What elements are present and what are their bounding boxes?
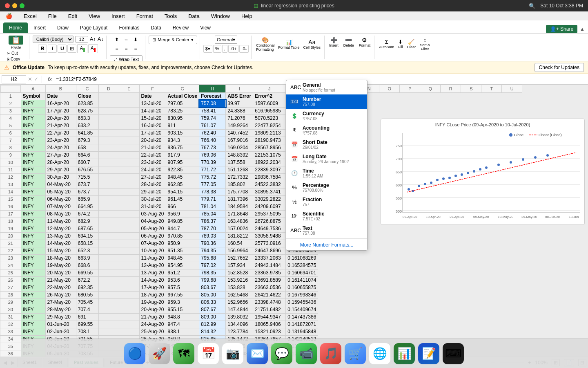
cell-G9[interactable]: 917.9 <box>166 151 199 159</box>
cell-F7[interactable]: 20-Jul-20 <box>139 137 166 144</box>
col-header-e[interactable]: E <box>119 85 139 93</box>
align-bottom-button[interactable]: ⬇ <box>131 36 140 44</box>
cell-A6[interactable]: INFY <box>21 129 45 137</box>
cell-H12[interactable]: 775.72 <box>199 173 226 181</box>
cell-B26[interactable]: 21-May-20 <box>45 276 76 284</box>
cell-I12[interactable]: 172.7332 <box>226 173 253 181</box>
cell-H23[interactable]: 795.68 <box>199 254 226 262</box>
cell-H14[interactable]: 778.38 <box>199 188 226 195</box>
cell-F11[interactable]: 24-Jul-20 <box>139 166 166 173</box>
col-header-u[interactable]: U <box>502 85 522 93</box>
cell-C16[interactable]: 664.95 <box>76 203 98 210</box>
cell-G13[interactable]: 962.85 <box>166 181 199 188</box>
cell-A11[interactable]: INFY <box>21 166 45 173</box>
col-header-c[interactable]: C <box>76 85 98 93</box>
cell-J18[interactable]: 26726.8875 <box>253 218 286 225</box>
cell-C21[interactable]: 658.15 <box>76 240 98 247</box>
tab-review[interactable]: Review <box>167 22 194 33</box>
cell-D7[interactable] <box>98 137 119 144</box>
cell-C22[interactable]: 652.3 <box>76 247 98 254</box>
dock-terminal[interactable]: ⌨ <box>443 343 464 364</box>
cell-I14[interactable]: 175.7708 <box>226 188 253 195</box>
align-top-button[interactable]: ⬆ <box>112 36 121 44</box>
decimal-decrease-button[interactable]: .0- <box>239 45 249 53</box>
cell-C19[interactable]: 687.65 <box>76 225 98 232</box>
cell-D24[interactable] <box>98 262 119 269</box>
cell-C11[interactable]: 676.55 <box>76 166 98 173</box>
formula-cancel-icon[interactable]: ✕ <box>28 76 32 82</box>
cell-F8[interactable]: 21-Jul-20 <box>139 144 166 151</box>
minimize-button[interactable] <box>12 3 17 8</box>
cell-H32[interactable]: 812.99 <box>199 321 226 328</box>
tab-draw[interactable]: Draw <box>51 22 74 33</box>
cell-B24[interactable]: 19-May-20 <box>45 262 76 269</box>
merge-center-button[interactable]: ⊞ Merge & Center ▾ <box>149 36 197 44</box>
cell-B19[interactable]: 12-May-20 <box>45 225 76 232</box>
cell-B2[interactable]: 16-Apr-20 <box>45 100 76 107</box>
cell-G7[interactable]: 934.3 <box>166 137 199 144</box>
cell-D15[interactable] <box>98 195 119 203</box>
cell-J2[interactable]: 1597.6009 <box>253 100 286 107</box>
cell-I4[interactable]: 71.2076 <box>226 114 253 122</box>
cell-C5[interactable]: 633.2 <box>76 122 98 129</box>
cell-E6[interactable] <box>119 129 139 137</box>
cell-B31[interactable]: 29-May-20 <box>45 313 76 321</box>
cell-D26[interactable] <box>98 276 119 284</box>
cell-D22[interactable] <box>98 247 119 254</box>
cell-D29[interactable] <box>98 298 119 306</box>
cell-I31[interactable]: 139.8032 <box>226 313 253 321</box>
cell-A1[interactable]: Symbol <box>21 92 45 100</box>
cell-B20[interactable]: 13-May-20 <box>45 232 76 240</box>
cell-I17[interactable]: 171.8648 <box>226 210 253 218</box>
cell-I28[interactable]: 162.5468 <box>226 291 253 298</box>
cell-J6[interactable]: 19809.2113 <box>253 129 286 137</box>
cell-K23[interactable]: 0.161068269 <box>286 254 318 262</box>
tab-page-layout[interactable]: Page Layout <box>74 22 113 33</box>
dock-excel[interactable]: 📊 <box>394 343 415 364</box>
cell-G14[interactable]: 954.15 <box>166 188 199 195</box>
cell-H11[interactable]: 771.72 <box>199 166 226 173</box>
check-updates-button[interactable]: Check for Updates <box>535 63 584 72</box>
cell-G32[interactable]: 947.4 <box>166 321 199 328</box>
cell-F3[interactable]: 14-Jul-20 <box>139 107 166 114</box>
cell-E10[interactable] <box>119 159 139 166</box>
decimal-increase-button[interactable]: .0+ <box>228 45 239 53</box>
cell-D1[interactable] <box>98 92 119 100</box>
cell-K27[interactable]: 0.160655875 <box>286 284 318 291</box>
cell-A18[interactable]: INFY <box>21 218 45 225</box>
cell-J5[interactable]: 22477.9254 <box>253 122 286 129</box>
cell-C28[interactable]: 680.55 <box>76 291 98 298</box>
col-header-r[interactable]: R <box>441 85 461 93</box>
cell-G17[interactable]: 956.9 <box>166 210 199 218</box>
cell-C7[interactable]: 679.3 <box>76 137 98 144</box>
cell-A32[interactable]: INFY <box>21 321 45 328</box>
cell-B22[interactable]: 15-May-20 <box>45 247 76 254</box>
cell-E26[interactable] <box>119 276 139 284</box>
cell-H4[interactable]: 759.74 <box>199 114 226 122</box>
format-long-date[interactable]: 📅 Long Date Sunday, 26 January 1902 <box>286 152 367 166</box>
cell-I27[interactable]: 153.828 <box>226 284 253 291</box>
cell-F33[interactable]: 25-Aug-20 <box>139 328 166 335</box>
cell-B1[interactable]: Date <box>45 92 76 100</box>
cell-A4[interactable]: INFY <box>21 114 45 122</box>
border-button[interactable]: ⊞ <box>67 45 76 53</box>
collapse-ribbon-icon[interactable]: ▲ <box>580 26 585 32</box>
number-format-popup[interactable]: ABC General No specific format 123 Numbe… <box>286 80 368 251</box>
cell-K26[interactable]: 0.161411074 <box>286 276 318 284</box>
cell-H7[interactable]: 766.40 <box>199 137 226 144</box>
font-name-select[interactable]: Calibri (Body) <box>33 36 74 43</box>
cell-H25[interactable]: 798.35 <box>199 269 226 276</box>
cell-I33[interactable]: 123.7784 <box>226 328 253 335</box>
cell-H5[interactable]: 761.07 <box>199 122 226 129</box>
cell-I13[interactable]: 185.802 <box>226 181 253 188</box>
menu-apple[interactable]: 🍎 <box>3 12 15 20</box>
cell-E11[interactable] <box>119 166 139 173</box>
cell-H28[interactable]: 805.00 <box>199 291 226 298</box>
cell-E9[interactable] <box>119 151 139 159</box>
cell-G8[interactable]: 936.75 <box>166 144 199 151</box>
dock-facetime[interactable]: 📹 <box>296 343 317 364</box>
cell-B8[interactable]: 24-Apr-20 <box>45 144 76 151</box>
cell-E3[interactable] <box>119 107 139 114</box>
cell-I23[interactable]: 152.7652 <box>226 254 253 262</box>
cell-D30[interactable] <box>98 306 119 313</box>
